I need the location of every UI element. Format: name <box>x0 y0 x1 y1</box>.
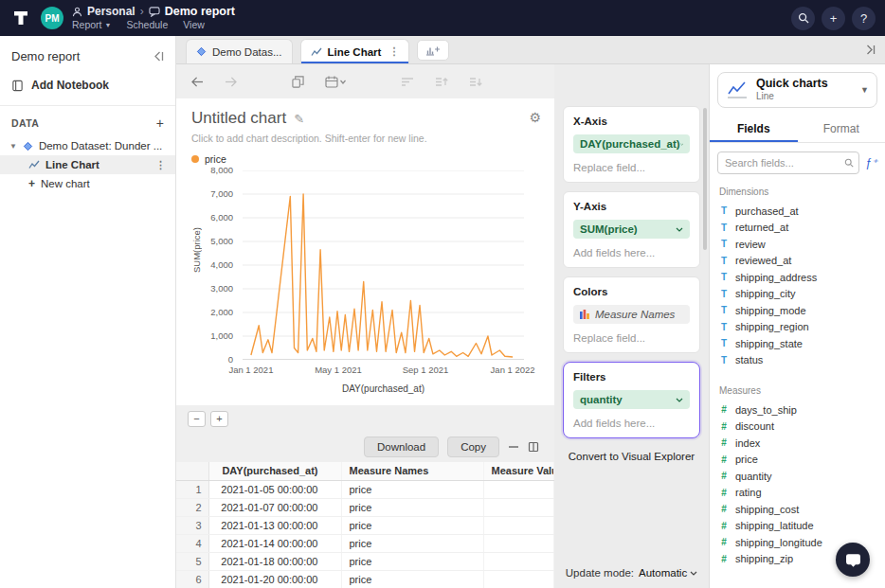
app-logo-icon[interactable] <box>9 7 32 29</box>
dataset-tree-item[interactable]: ▼ Demo Dataset: Dunder ... <box>0 136 175 155</box>
help-button[interactable]: ? <box>852 7 876 30</box>
collapse-sidebar-icon[interactable] <box>152 51 164 62</box>
add-button[interactable]: + <box>822 7 845 30</box>
copy-button[interactable]: Copy <box>447 437 499 457</box>
chart-title[interactable]: Untitled chart <box>191 109 286 128</box>
chart-legend[interactable]: price <box>191 153 539 165</box>
dimension-item[interactable]: Tshipping_city <box>719 286 876 303</box>
menu-report[interactable]: Report▼ <box>72 20 111 30</box>
quick-charts-selector[interactable]: Quick charts Line ▼ <box>717 72 877 108</box>
add-formula-button[interactable]: ƒ⁺ <box>865 156 877 169</box>
dimension-item[interactable]: Tshipping_region <box>719 319 876 336</box>
add-data-button[interactable]: + <box>156 118 164 128</box>
quick-charts-title: Quick charts <box>756 78 828 90</box>
convert-to-visual-explorer-link[interactable]: Convert to Visual Explorer <box>563 451 700 462</box>
number-type-icon: # <box>719 537 729 547</box>
tab-format[interactable]: Format <box>798 116 885 142</box>
search-fields-input[interactable] <box>717 151 859 174</box>
new-chart-button[interactable]: + New chart <box>0 174 175 193</box>
menu-view[interactable]: View <box>183 20 205 30</box>
table-row[interactable]: 22021-01-07 00:00:00price <box>176 498 554 516</box>
expand-table-icon[interactable] <box>528 441 539 453</box>
table-row[interactable]: 42021-01-14 00:00:00price <box>176 534 554 552</box>
chart-tree-item[interactable]: Line Chart ⋮ <box>0 155 175 174</box>
x-axis-section: X-Axis DAY(purchased_at) Replace field..… <box>563 106 700 183</box>
measure-item[interactable]: #days_to_ship <box>719 401 876 419</box>
dimension-item[interactable]: Tshipping_mode <box>719 302 876 319</box>
dimension-item[interactable]: Tshipping_address <box>719 269 876 286</box>
chat-icon <box>845 552 861 568</box>
colors-drop-target[interactable]: Replace field... <box>573 332 690 344</box>
y-axis-section: Y-Axis SUM(price) Add fields here... <box>563 191 700 268</box>
search-icon <box>798 12 809 24</box>
avatar[interactable]: PM <box>41 7 63 29</box>
filters-field-pill[interactable]: quantity <box>573 390 690 409</box>
kebab-menu-icon[interactable]: ⋮ <box>155 159 166 171</box>
breadcrumb-workspace[interactable]: Personal <box>87 6 135 18</box>
download-button[interactable]: Download <box>364 437 439 457</box>
measure-item[interactable]: #rating <box>719 485 876 502</box>
x-axis-drop-target[interactable]: Replace field... <box>573 162 690 173</box>
chat-bubble-button[interactable] <box>836 543 870 577</box>
edit-title-icon[interactable]: ✎ <box>294 112 304 126</box>
tab-dataset[interactable]: Demo Datas... <box>186 39 293 63</box>
add-notebook-button[interactable]: Add Notebook <box>11 79 164 92</box>
tab-line-chart[interactable]: Line Chart ⋮ <box>300 39 410 63</box>
filters-drop-target[interactable]: Add fields here... <box>573 418 690 429</box>
breadcrumb-report[interactable]: Demo report <box>165 6 235 18</box>
dimension-item[interactable]: Tshipping_state <box>719 335 876 352</box>
table-row[interactable]: 62021-01-20 00:00:00price <box>176 570 554 588</box>
redo-button[interactable] <box>225 77 237 87</box>
table-row[interactable]: 12021-01-05 00:00:00price <box>176 480 554 498</box>
chart-settings-icon[interactable]: ⚙ <box>529 110 541 125</box>
expand-panel-icon[interactable] <box>863 45 876 55</box>
dimension-item[interactable]: Treturned_at <box>719 220 876 237</box>
sidebar: Demo report Add Notebook DATA + ▼ <box>0 36 176 588</box>
sort-ascending-button[interactable] <box>435 77 448 87</box>
filter-rows-button[interactable] <box>401 77 414 87</box>
chart-description-placeholder[interactable]: Click to add chart description. Shift-en… <box>191 133 539 144</box>
measure-item[interactable]: #index <box>719 435 876 452</box>
fields-list: Dimensions Tpurchased_atTreturned_atTrev… <box>710 179 885 588</box>
dimension-item[interactable]: Treviewed_at <box>719 253 876 270</box>
chevron-down-icon <box>680 142 683 147</box>
measure-item[interactable]: #discount <box>719 419 876 436</box>
scrollbar-thumb[interactable] <box>703 108 707 250</box>
dimension-item[interactable]: Treview <box>719 236 876 253</box>
tab-fields[interactable]: Fields <box>710 116 798 142</box>
zoom-in-button[interactable]: + <box>210 411 228 427</box>
y-axis-drop-target[interactable]: Add fields here... <box>573 247 690 258</box>
dimensions-list: Tpurchased_atTreturned_atTreviewTreviewe… <box>719 203 876 368</box>
dimension-item[interactable]: Tstatus <box>719 352 876 369</box>
chevron-down-icon: ▼ <box>105 20 112 30</box>
x-axis-ticks: Jan 1 2021May 1 2021Sep 1 2021Jan 1 2022 <box>243 365 524 376</box>
table-row[interactable]: 52021-01-18 00:00:00price <box>176 552 554 570</box>
zoom-out-button[interactable]: − <box>188 411 206 427</box>
y-axis-field-pill[interactable]: SUM(price) <box>573 220 690 239</box>
new-tab-button[interactable] <box>417 40 449 61</box>
number-type-icon: # <box>719 504 729 514</box>
measure-item[interactable]: #shipping_latitude <box>719 518 876 535</box>
update-mode-select[interactable]: Automatic <box>639 567 697 579</box>
text-type-icon: T <box>719 239 729 249</box>
menu-schedule[interactable]: Schedule <box>126 20 168 30</box>
undo-button[interactable] <box>191 77 204 87</box>
sort-descending-button[interactable] <box>469 77 482 87</box>
x-axis-field-pill[interactable]: DAY(purchased_at) <box>573 134 690 153</box>
collapse-table-icon[interactable] <box>508 441 519 453</box>
dimension-item[interactable]: Tpurchased_at <box>719 203 876 220</box>
text-type-icon: T <box>719 305 729 315</box>
duplicate-button[interactable] <box>292 76 304 88</box>
colors-field-pill[interactable]: Measure Names <box>573 305 690 324</box>
measure-item[interactable]: #price <box>719 452 876 469</box>
table-row[interactable]: 32021-01-13 00:00:00price <box>176 516 554 534</box>
quick-charts-selected-type: Line <box>756 90 828 102</box>
measure-item[interactable]: #quantity <box>719 468 876 485</box>
text-type-icon: T <box>719 338 729 348</box>
search-button[interactable] <box>791 7 815 30</box>
measure-item[interactable]: #shipping_cost <box>719 501 876 518</box>
text-type-icon: T <box>719 205 729 216</box>
date-range-button[interactable] <box>325 76 346 88</box>
chevron-down-icon <box>676 398 683 402</box>
tab-kebab-icon[interactable]: ⋮ <box>388 45 399 58</box>
